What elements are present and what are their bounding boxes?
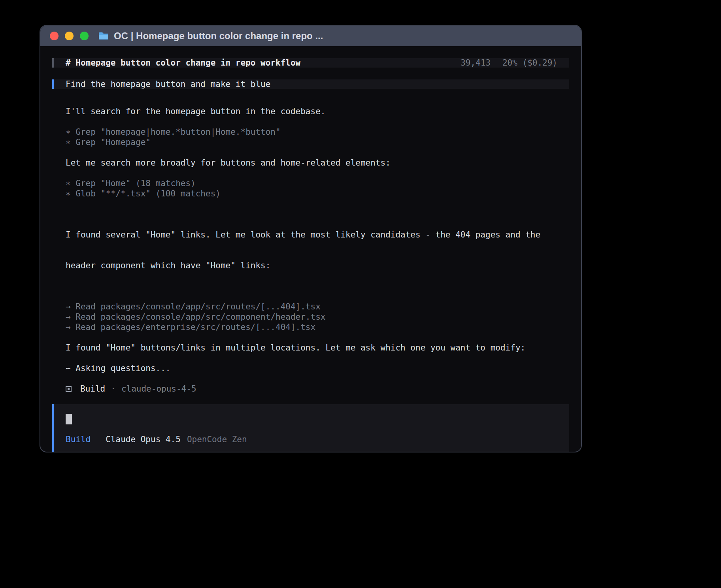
tool-call-grep: ∗ Grep "Homepage" <box>66 137 569 147</box>
agent-indicator: Build · claude-opus-4-5 <box>66 384 569 394</box>
agent-name: Build <box>80 384 105 394</box>
folder-icon <box>98 32 109 40</box>
tool-call-glob: ∗ Glob "**/*.tsx" (100 matches) <box>66 188 569 199</box>
terminal-content: # Homepage button color change in repo w… <box>40 46 581 452</box>
tool-call-read: → Read packages/console/app/src/routes/[… <box>66 302 569 312</box>
assistant-paragraph: I found "Home" buttons/links in multiple… <box>66 343 569 353</box>
tool-call-group: ∗ Grep "Home" (18 matches) ∗ Glob "**/*.… <box>66 178 569 199</box>
assistant-paragraph-line: header component which have "Home" links… <box>66 260 569 271</box>
session-stats: 39,413 20% ($0.29) <box>461 58 557 68</box>
window-titlebar[interactable]: OC | Homepage button color change in rep… <box>40 26 581 46</box>
tool-call-group: ∗ Grep "homepage|home.*button|Home.*butt… <box>66 127 569 147</box>
tool-call-group: → Read packages/console/app/src/routes/[… <box>66 302 569 332</box>
session-title: # Homepage button color change in repo w… <box>66 58 300 68</box>
user-message: Find the homepage button and make it blu… <box>52 79 569 89</box>
agent-separator: · <box>111 384 116 394</box>
model-provider: OpenCode Zen <box>187 435 247 444</box>
assistant-transcript: I'll search for the homepage button in t… <box>52 106 569 394</box>
assistant-paragraph: I'll search for the homepage button in t… <box>66 106 569 117</box>
tool-call-read: → Read packages/enterprise/src/routes/[.… <box>66 322 569 332</box>
model-name: Claude Opus 4.5 <box>106 435 181 444</box>
agent-mode-selector[interactable]: Build <box>66 435 91 444</box>
tool-call-read: → Read packages/console/app/src/componen… <box>66 312 569 322</box>
close-button[interactable] <box>50 32 59 40</box>
terminal-window: OC | Homepage button color change in rep… <box>40 25 582 452</box>
zoom-button[interactable] <box>80 32 89 40</box>
assistant-paragraph: Let me search more broadly for buttons a… <box>66 158 569 168</box>
tool-call-grep: ∗ Grep "Home" (18 matches) <box>66 178 569 188</box>
prompt-input[interactable]: Build Claude Opus 4.5 OpenCode Zen <box>52 404 569 452</box>
session-header: # Homepage button color change in repo w… <box>52 58 569 68</box>
agent-model: claude-opus-4-5 <box>121 384 196 394</box>
user-message-text: Find the homepage button and make it blu… <box>66 79 270 89</box>
text-cursor <box>66 414 72 424</box>
traffic-lights <box>50 32 89 40</box>
square-dot-icon <box>66 386 72 392</box>
window-title: OC | Homepage button color change in rep… <box>114 30 323 41</box>
assistant-status-text: ~ Asking questions... <box>66 363 569 373</box>
assistant-paragraph-line: I found several "Home" links. Let me loo… <box>66 230 569 240</box>
tool-call-grep: ∗ Grep "homepage|home.*button|Home.*butt… <box>66 127 569 137</box>
minimize-button[interactable] <box>65 32 74 40</box>
input-meta-row: Build Claude Opus 4.5 OpenCode Zen <box>66 435 557 444</box>
assistant-paragraph: I found several "Home" links. Let me loo… <box>66 209 569 291</box>
token-count: 39,413 <box>461 58 491 68</box>
context-cost: 20% ($0.29) <box>502 58 557 68</box>
